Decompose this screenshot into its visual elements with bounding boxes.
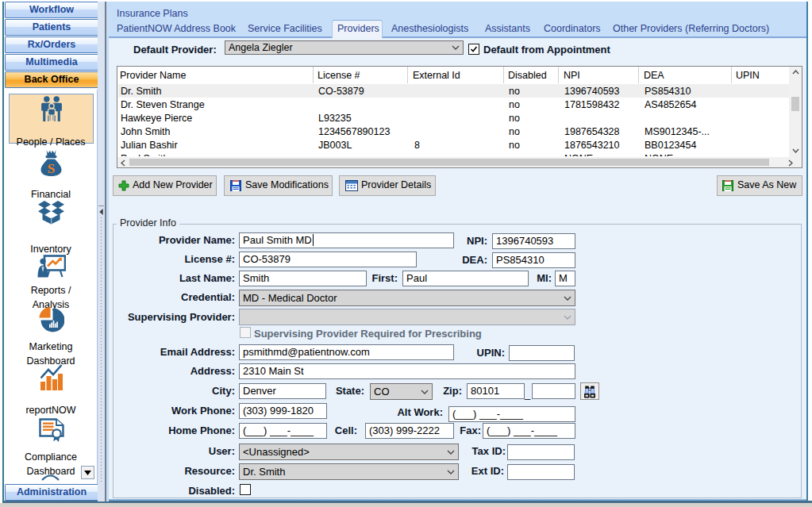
svg-text:S: S [48, 161, 55, 176]
